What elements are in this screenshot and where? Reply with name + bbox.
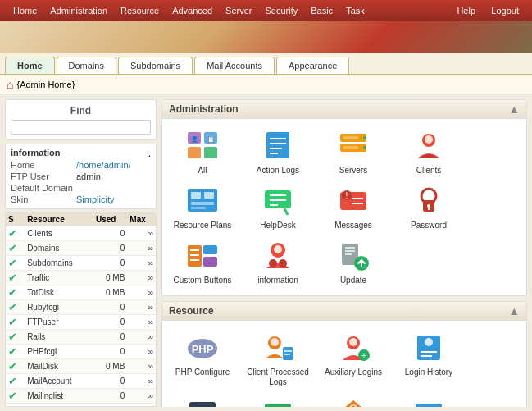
table-row: ✔ Domains 0 ∞ (6, 241, 156, 256)
tab-appearance[interactable]: Appearance (276, 57, 349, 74)
max-value: ∞ (127, 285, 156, 300)
nav-task[interactable]: Task (339, 0, 371, 21)
info-value-home[interactable]: /home/admin/ (76, 160, 131, 170)
res-ip[interactable]: IP IP Addresses (392, 392, 466, 407)
find-box: Find (5, 99, 157, 140)
res-loginhistory[interactable]: Login History (392, 327, 466, 390)
all-label: All (198, 166, 207, 176)
status-ok-icon: ✔ (8, 272, 17, 284)
used-value: 0 (93, 241, 127, 256)
password-label: Password (411, 221, 447, 231)
resource-expand-icon[interactable]: ▲ (508, 304, 520, 317)
admin-custombuttons[interactable]: Custom Buttons (166, 235, 239, 289)
status-cell: ✔ (6, 330, 25, 345)
used-value: 0 (93, 404, 127, 408)
admin-actionlogs[interactable]: Action Logs (241, 126, 315, 179)
admin-servers[interactable]: Servers (316, 126, 390, 179)
servers-icon (336, 129, 371, 163)
svg-point-61 (349, 338, 357, 346)
resource-section: Resource ▲ PHP PHP Configure (161, 301, 527, 407)
auxlogins-label: Auxiliary Logins (325, 368, 382, 377)
resource-name[interactable]: Mailinglist (25, 389, 93, 404)
tab-domains[interactable]: Domains (57, 57, 116, 74)
res-dns[interactable]: DNS DNS Templates (241, 392, 315, 407)
resource-name[interactable]: Rubyfcgi (25, 300, 93, 315)
nav-logout[interactable]: Logout (484, 6, 525, 16)
resource-name[interactable]: TotDisk (25, 285, 93, 300)
max-value: ∞ (127, 241, 156, 256)
breadcrumb-text: {Admin Home} (16, 80, 75, 89)
table-row: ✔ Rails 0 ∞ (6, 330, 156, 345)
admin-information[interactable]: information (241, 235, 315, 289)
tab-subdomains[interactable]: Subdomains (118, 57, 193, 74)
loginhistory-icon (412, 331, 446, 365)
status-ok-icon: ✔ (8, 345, 17, 358)
update-label: Update (340, 276, 366, 285)
status-ok-icon: ✔ (8, 301, 17, 313)
resource-name[interactable]: Clients (25, 226, 93, 241)
col-status: S (6, 213, 25, 226)
resource-name[interactable]: Subdomains (25, 256, 93, 271)
status-cell: ✔ (6, 389, 25, 404)
resource-name[interactable]: FTPuser (25, 315, 93, 330)
max-value: ∞ (127, 374, 156, 389)
svg-rect-49 (345, 250, 355, 252)
svg-text:!: ! (346, 191, 348, 200)
res-php[interactable]: PHP PHP Configure (166, 327, 239, 390)
resource-name[interactable]: MySQLdb (25, 404, 93, 408)
used-value: 0 (93, 226, 127, 241)
resourceplans-label: Resource Plans (174, 221, 232, 231)
admin-resourceplans[interactable]: Resource Plans (166, 180, 239, 234)
nav-resource[interactable]: Resource (114, 0, 166, 21)
nav-basic[interactable]: Basic (304, 0, 339, 21)
resource-name[interactable]: MailDisk (25, 359, 93, 374)
svg-point-35 (427, 204, 430, 208)
res-clientlogs[interactable]: Client Processed Logs (241, 327, 315, 390)
resource-name[interactable]: MailAccount (25, 374, 93, 389)
table-row: ✔ FTPuser 0 ∞ (6, 315, 156, 330)
nav-advanced[interactable]: Advanced (166, 0, 219, 21)
custombuttons-icon (185, 239, 220, 273)
nav-home[interactable]: Home (7, 0, 43, 21)
admin-helpdesk[interactable]: HelpDesk (241, 180, 315, 234)
svg-text:+: + (361, 350, 366, 360)
res-shellaccess[interactable]: >_ Shell Access (166, 392, 239, 407)
used-value: 0 (93, 330, 127, 345)
tab-home[interactable]: Home (5, 57, 55, 74)
admin-password[interactable]: Password (392, 180, 466, 234)
svg-point-45 (269, 259, 277, 267)
svg-rect-16 (343, 146, 358, 149)
admin-clients[interactable]: Clients (392, 126, 466, 179)
nav-server[interactable]: Server (219, 0, 258, 21)
svg-rect-57 (283, 347, 293, 360)
resource-table: S Resource Used Max ✔ Clients 0 ∞ ✔ Doma… (5, 212, 157, 407)
tab-mailaccounts[interactable]: Mail Accounts (194, 57, 275, 74)
svg-rect-6 (266, 132, 289, 158)
max-value: ∞ (127, 271, 156, 285)
svg-rect-22 (191, 202, 214, 205)
tab-bar: Home Domains Subdomains Mail Accounts Ap… (0, 53, 532, 75)
nav-administration[interactable]: Administration (43, 0, 114, 21)
find-input[interactable] (11, 120, 151, 135)
administration-section: Administration ▲ 👤 📋 (161, 99, 527, 296)
svg-rect-71 (265, 404, 291, 407)
main-layout: Find information . Home /home/admin/ FTP… (0, 94, 532, 411)
clientlogs-icon (261, 331, 295, 365)
res-auxlogins[interactable]: + Auxiliary Logins (316, 327, 390, 390)
info-value-skin[interactable]: Simplicity (76, 194, 114, 204)
status-cell: ✔ (6, 285, 25, 300)
res-backup[interactable]: Backup / Restore (316, 392, 390, 407)
admin-update[interactable]: Update (316, 235, 390, 289)
admin-all[interactable]: 👤 📋 All (166, 126, 239, 179)
max-value: ∞ (127, 404, 156, 408)
resource-name[interactable]: Rails (25, 330, 93, 345)
nav-help[interactable]: Help (450, 6, 482, 16)
resource-name[interactable]: Traffic (25, 271, 93, 285)
resource-name[interactable]: PHPfcgi (25, 345, 93, 359)
max-value: ∞ (127, 315, 156, 330)
resource-name[interactable]: Domains (25, 241, 93, 256)
nav-security[interactable]: Security (258, 0, 304, 21)
table-row: ✔ TotDisk 0 MB ∞ (6, 285, 156, 300)
expand-icon[interactable]: ▲ (508, 103, 520, 116)
admin-messages[interactable]: ! Messages (316, 180, 390, 234)
